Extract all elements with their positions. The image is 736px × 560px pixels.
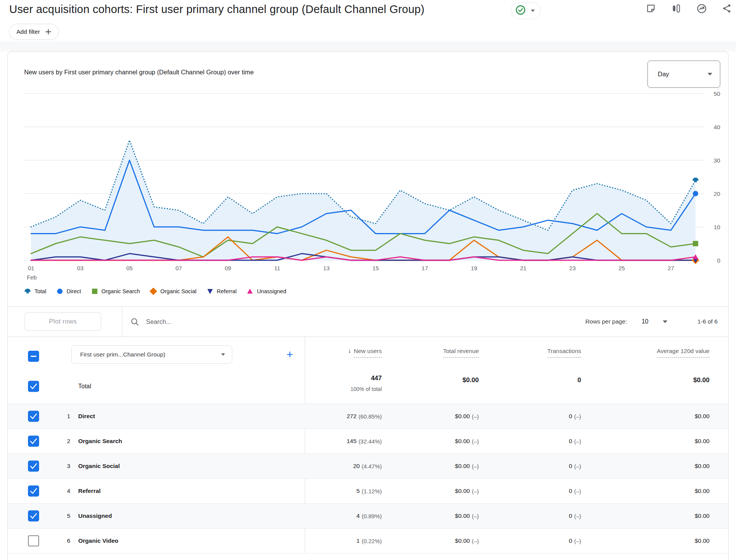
metric-value: 0 [569,488,572,494]
chevron-down-icon [531,10,535,12]
metric-cell: $0.00(–) [455,529,479,553]
legend-item-direct[interactable]: Direct [56,288,81,295]
x-axis-tick: 13 [323,265,330,271]
x-axis-tick: 27 [668,265,674,271]
legend-item-total[interactable]: Total [24,288,46,295]
metric-share: (–) [472,463,479,470]
metric-value: $0.00 [455,512,470,519]
toolbar-divider [122,307,122,337]
metric-cell: 272(60.85%) [347,404,382,429]
row-checkbox-checked[interactable] [28,436,39,447]
table-row-unassigned: 5Unassigned4(0.89%)$0.00(–)0(–)$0.00 [8,504,728,529]
metric-value: $0.00 [455,537,470,544]
table-row-direct: 1Direct272(60.85%)$0.00(–)0(–)$0.00 [8,404,728,429]
metric-value: 0 [569,438,572,445]
y-axis-tick: 10 [714,224,721,230]
column-header-label: Average 120d value [657,348,710,358]
metric-value: $0.00 [455,413,470,420]
scallop-legend-marker [24,288,31,295]
row-checkbox-checked[interactable] [28,486,39,497]
metric-cell: $0.00 [693,369,710,391]
row-index: 6 [64,537,74,544]
chevron-down-icon [708,73,712,76]
share-icon[interactable] [721,3,732,14]
ga-explore-page: User acquisition cohorts: First user pri… [0,0,736,560]
legend-item-unassigned[interactable]: Unassigned [246,288,286,295]
metric-value: 0 [569,463,572,470]
row-dimension-label: Unassigned [78,512,112,519]
legend-label: Referral [217,288,237,294]
metric-value: $0.00 [695,413,710,420]
row-checkbox-checked[interactable] [28,461,39,472]
table-total-row: Total447 100% of total$0.000$0.00 [8,369,728,404]
column-header-transactions[interactable]: Transactions [547,348,581,361]
square-legend-marker [91,288,98,295]
triangle-down-legend-marker [207,288,214,295]
add-filter-button[interactable]: Add filter [9,24,59,40]
table-row-organic-social: 3Organic Social20(4.47%)$0.00(–)0(–)$0.0… [8,454,728,479]
row-checkbox-checked[interactable] [28,411,39,422]
page-header: User acquisition cohorts: First user pri… [0,0,736,41]
granularity-value: Day [658,71,669,78]
metric-value: $0.00 [695,438,710,445]
metric-cell: 0(–) [569,404,581,429]
compare-columns-icon[interactable] [671,3,682,14]
rows-per-page-value[interactable]: 10 [642,318,649,325]
add-column-button[interactable]: + [282,347,297,362]
select-all-checkbox[interactable] [28,351,39,362]
metric-value: $0.00 [462,376,479,384]
metric-share: (60.85%) [358,413,382,420]
legend-item-referral[interactable]: Referral [207,288,237,295]
metric-cell: 0(–) [569,529,581,553]
dimension-selector[interactable]: First user prim...Channel Group) [71,345,232,364]
note-icon[interactable] [646,3,656,14]
x-axis-tick: 15 [372,265,379,271]
circle-legend-marker [56,288,63,295]
search-box [130,307,307,337]
column-header-total-revenue[interactable]: Total revenue [443,348,479,361]
y-axis-tick: 30 [714,157,721,164]
metric-value: 5 [356,488,360,494]
metric-share: (–) [574,438,581,445]
total-new-users-cell: 447 100% of total [350,374,382,392]
row-checkbox-unchecked[interactable] [28,535,39,547]
column-header-label: Transactions [547,348,581,358]
metric-share: (–) [574,488,581,494]
table-row-organic-video: 6Organic Video1(0.22%)$0.00(–)0(–)$0.00 [8,529,728,553]
data-table: First user prim...Channel Group) + ↓New … [8,337,728,554]
metric-value: 0 [569,413,572,420]
metric-value: $0.00 [695,537,710,544]
metric-share: (32.44%) [358,438,382,445]
status-pill[interactable] [511,2,540,19]
legend-label: Organic Search [102,288,140,294]
insights-icon[interactable] [696,3,707,14]
column-header-average-120d-value[interactable]: Average 120d value [657,348,710,361]
metric-share: (–) [574,413,581,420]
row-checkbox-checked[interactable] [28,511,39,522]
column-header-label: Total revenue [443,348,479,358]
legend-item-organic-social[interactable]: Organic Social [150,288,196,295]
metric-value: 145 [347,438,356,445]
plus-icon [44,28,52,36]
column-header-new-users[interactable]: ↓New users [348,348,382,361]
add-filter-label: Add filter [16,28,40,35]
y-axis-tick: 40 [714,124,721,130]
chevron-down-icon[interactable] [663,320,667,323]
table-header-row: First user prim...Channel Group) + ↓New … [8,337,728,369]
row-checkbox-checked[interactable] [28,381,39,392]
metric-cell: $0.00(–) [455,479,479,503]
metric-share: (–) [472,413,479,420]
header-actions [646,3,732,14]
plot-rows-button[interactable]: Plot rows [25,312,101,331]
line-chart[interactable]: 0102030405001Feb030507091113151719212325… [24,79,729,287]
x-axis-tick: 25 [618,265,625,271]
metric-value: 272 [347,413,356,420]
metric-value: $0.00 [455,488,470,494]
legend-item-organic-search[interactable]: Organic Search [91,288,140,295]
row-dimension-label: Direct [78,413,95,420]
series-end-marker-organic-search [693,241,698,246]
sort-descending-icon: ↓ [348,347,351,354]
search-input[interactable] [146,318,307,325]
chevron-down-icon [221,353,225,356]
row-index: 1 [64,413,74,420]
